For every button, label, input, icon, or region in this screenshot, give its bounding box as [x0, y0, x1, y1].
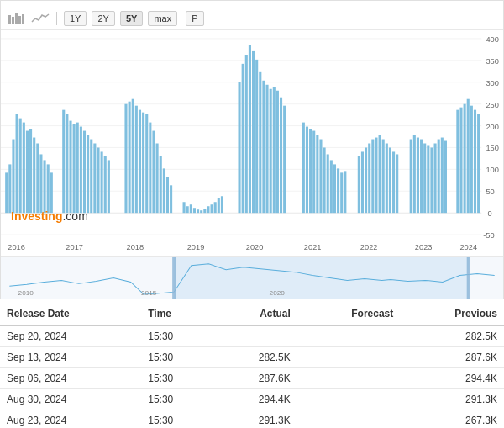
svg-rect-132: [427, 145, 429, 213]
toolbar-separator: [56, 12, 57, 25]
svg-rect-140: [464, 104, 466, 214]
svg-rect-110: [330, 160, 333, 213]
svg-rect-4: [22, 14, 24, 24]
svg-rect-34: [5, 172, 8, 213]
svg-rect-79: [193, 208, 196, 213]
cell-date: Aug 30, 2024: [0, 389, 141, 410]
svg-rect-43: [36, 144, 39, 214]
cell-time: 15:30: [141, 368, 213, 389]
col-release-date: Release Date: [0, 303, 141, 325]
svg-rect-108: [323, 147, 326, 213]
cell-time: 15:30: [141, 389, 213, 410]
svg-text:2018: 2018: [127, 243, 144, 251]
svg-text:150: 150: [486, 145, 498, 153]
svg-rect-148: [467, 257, 470, 299]
cell-forecast: [297, 389, 400, 410]
svg-rect-47: [50, 172, 53, 213]
svg-rect-95: [262, 81, 265, 213]
svg-text:2010: 2010: [18, 289, 34, 297]
svg-rect-115: [358, 156, 360, 213]
svg-rect-78: [190, 204, 192, 213]
cell-forecast: [297, 410, 400, 429]
cell-time: 15:30: [141, 347, 213, 368]
btn-1y[interactable]: 1Y: [64, 11, 87, 26]
svg-rect-58: [97, 147, 99, 213]
svg-rect-89: [242, 64, 244, 213]
svg-text:2020: 2020: [270, 289, 286, 297]
cell-actual: [213, 325, 297, 347]
svg-text:2023: 2023: [415, 243, 433, 251]
col-previous: Previous: [400, 303, 504, 325]
btn-2y[interactable]: 2Y: [92, 11, 114, 26]
svg-rect-119: [371, 140, 374, 214]
svg-rect-87: [221, 196, 223, 213]
svg-rect-56: [90, 140, 92, 214]
investing-logo: Investing.com: [11, 209, 88, 223]
svg-rect-51: [73, 124, 76, 214]
cell-actual: 291.3K: [213, 410, 297, 429]
svg-rect-36: [12, 140, 14, 214]
svg-text:300: 300: [486, 79, 498, 87]
svg-rect-85: [214, 202, 217, 213]
cell-actual: 282.5K: [213, 347, 297, 368]
svg-rect-70: [152, 131, 155, 214]
table-row[interactable]: Sep 13, 202415:30282.5K287.6K: [0, 347, 504, 368]
table-row[interactable]: Sep 06, 202415:30287.6K294.4K: [0, 368, 504, 389]
cell-time: 15:30: [141, 325, 213, 347]
svg-rect-91: [249, 45, 251, 213]
btn-5y[interactable]: 5Y: [120, 11, 143, 26]
bar-chart-icon[interactable]: [8, 12, 26, 25]
svg-rect-84: [211, 204, 213, 213]
svg-rect-83: [207, 206, 209, 213]
svg-rect-137: [444, 141, 447, 214]
svg-rect-104: [309, 129, 312, 214]
svg-rect-109: [327, 154, 329, 213]
table-row[interactable]: Aug 30, 202415:30294.4K291.3K: [0, 389, 504, 410]
svg-rect-40: [26, 131, 29, 214]
btn-p[interactable]: P: [186, 11, 203, 26]
svg-rect-64: [132, 99, 134, 213]
svg-rect-138: [456, 110, 459, 214]
svg-rect-44: [39, 154, 42, 213]
table-row[interactable]: Aug 23, 202415:30291.3K267.3K: [0, 410, 504, 429]
svg-rect-98: [273, 87, 276, 213]
cell-actual: 287.6K: [213, 368, 297, 389]
mini-chart[interactable]: 2010 2015 2020: [1, 256, 503, 299]
chart-toolbar: 1Y 2Y 5Y max P: [1, 8, 503, 29]
svg-text:2017: 2017: [66, 243, 83, 251]
svg-text:2015: 2015: [141, 289, 157, 297]
line-chart-icon[interactable]: [31, 12, 50, 25]
svg-rect-69: [149, 123, 151, 214]
cell-forecast: [297, 325, 400, 347]
svg-rect-81: [200, 210, 202, 213]
btn-max[interactable]: max: [148, 11, 177, 26]
svg-rect-144: [477, 114, 480, 214]
svg-rect-1: [12, 17, 14, 24]
svg-rect-123: [386, 144, 388, 214]
svg-rect-90: [245, 55, 248, 213]
svg-rect-35: [8, 164, 11, 213]
svg-rect-41: [29, 129, 32, 214]
svg-rect-128: [413, 135, 416, 214]
svg-text:2020: 2020: [246, 243, 264, 251]
svg-rect-122: [382, 140, 385, 214]
svg-rect-2: [15, 13, 18, 24]
svg-rect-143: [474, 110, 476, 214]
svg-rect-45: [44, 160, 46, 213]
svg-rect-72: [160, 156, 162, 213]
table-row[interactable]: Sep 20, 202415:30282.5K: [0, 325, 504, 347]
svg-rect-57: [93, 144, 96, 214]
svg-rect-105: [312, 131, 315, 214]
svg-text:100: 100: [486, 166, 498, 175]
svg-text:-50: -50: [483, 231, 494, 240]
svg-rect-111: [333, 164, 336, 213]
svg-rect-129: [417, 138, 419, 214]
svg-rect-86: [218, 198, 220, 213]
svg-rect-133: [430, 147, 433, 213]
cell-forecast: [297, 368, 400, 389]
svg-rect-75: [170, 185, 172, 213]
svg-rect-82: [203, 209, 206, 213]
svg-rect-67: [142, 113, 144, 214]
svg-rect-106: [316, 135, 318, 214]
svg-rect-97: [270, 89, 272, 213]
